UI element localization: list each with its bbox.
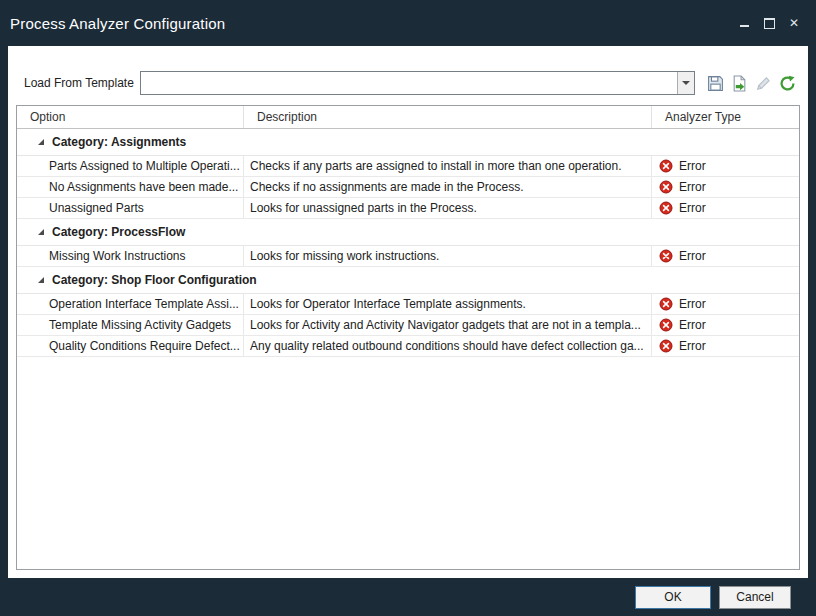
dialog-footer: OK Cancel bbox=[0, 578, 816, 616]
edit-template-button bbox=[752, 72, 774, 94]
cancel-button[interactable]: Cancel bbox=[719, 586, 791, 609]
option-row[interactable]: No Assignments have been made... Checks … bbox=[17, 177, 799, 198]
description-cell: Any quality related outbound conditions … bbox=[244, 336, 652, 356]
option-cell: Operation Interface Template Assi... bbox=[17, 294, 244, 314]
process-analyzer-configuration-window: Process Analyzer Configuration ✕ Load Fr… bbox=[0, 0, 816, 616]
titlebar[interactable]: Process Analyzer Configuration ✕ bbox=[0, 0, 816, 46]
option-cell: Template Missing Activity Gadgets bbox=[17, 315, 244, 335]
template-combobox[interactable] bbox=[140, 71, 695, 95]
maximize-icon bbox=[764, 18, 775, 29]
template-combo-input[interactable] bbox=[141, 72, 677, 94]
ok-button[interactable]: OK bbox=[635, 586, 711, 609]
option-row[interactable]: Missing Work Instructions Looks for miss… bbox=[17, 246, 799, 267]
description-cell: Looks for unassigned parts in the Proces… bbox=[244, 198, 652, 218]
minimize-button[interactable] bbox=[736, 15, 752, 31]
category-group-row[interactable]: Category: Shop Floor Configuration bbox=[17, 267, 799, 294]
option-row[interactable]: Parts Assigned to Multiple Operati... Ch… bbox=[17, 156, 799, 177]
error-icon bbox=[659, 249, 673, 263]
close-icon: ✕ bbox=[789, 17, 799, 29]
error-icon bbox=[659, 159, 673, 173]
group-expander-icon[interactable] bbox=[37, 228, 45, 236]
analyzer-type-label: Error bbox=[679, 180, 706, 194]
column-header-option[interactable]: Option bbox=[17, 106, 244, 128]
analyzer-type-label: Error bbox=[679, 249, 706, 263]
group-expander-icon[interactable] bbox=[37, 276, 45, 284]
window-controls: ✕ bbox=[736, 15, 806, 31]
analyzer-type-label: Error bbox=[679, 339, 706, 353]
grid-empty-area bbox=[17, 357, 799, 569]
option-cell: Parts Assigned to Multiple Operati... bbox=[17, 156, 244, 176]
refresh-button[interactable] bbox=[776, 72, 798, 94]
category-group-row[interactable]: Category: ProcessFlow bbox=[17, 219, 799, 246]
option-row[interactable]: Unassigned Parts Looks for unassigned pa… bbox=[17, 198, 799, 219]
analyzer-type-cell: Error bbox=[652, 156, 799, 176]
edit-icon bbox=[755, 75, 772, 92]
option-cell: Unassigned Parts bbox=[17, 198, 244, 218]
grid-header: Option Description Analyzer Type bbox=[17, 106, 799, 129]
error-icon bbox=[659, 201, 673, 215]
option-cell: No Assignments have been made... bbox=[17, 177, 244, 197]
option-row[interactable]: Quality Conditions Require Defect... Any… bbox=[17, 336, 799, 357]
error-icon bbox=[659, 339, 673, 353]
load-template-icon bbox=[731, 75, 748, 92]
chevron-down-icon bbox=[682, 81, 690, 85]
error-icon bbox=[659, 297, 673, 311]
minimize-icon bbox=[740, 25, 749, 27]
error-icon bbox=[659, 180, 673, 194]
load-template-toolbar: Load From Template bbox=[8, 46, 808, 105]
group-expander-icon[interactable] bbox=[37, 138, 45, 146]
option-cell: Quality Conditions Require Defect... bbox=[17, 336, 244, 356]
column-header-description[interactable]: Description bbox=[244, 106, 652, 128]
option-cell: Missing Work Instructions bbox=[17, 246, 244, 266]
category-group-row[interactable]: Category: Assignments bbox=[17, 129, 799, 156]
description-cell: Checks if any parts are assigned to inst… bbox=[244, 156, 652, 176]
window-title: Process Analyzer Configuration bbox=[10, 15, 225, 32]
analyzer-type-label: Error bbox=[679, 201, 706, 215]
analyzer-type-label: Error bbox=[679, 297, 706, 311]
load-template-button[interactable] bbox=[728, 72, 750, 94]
analyzer-type-cell: Error bbox=[652, 315, 799, 335]
analyzer-type-label: Error bbox=[679, 159, 706, 173]
category-label: Category: ProcessFlow bbox=[52, 225, 185, 239]
category-label: Category: Shop Floor Configuration bbox=[52, 273, 257, 287]
option-row[interactable]: Template Missing Activity Gadgets Looks … bbox=[17, 315, 799, 336]
save-icon bbox=[707, 75, 724, 92]
error-icon bbox=[659, 318, 673, 332]
template-combo-dropdown-button[interactable] bbox=[677, 72, 694, 94]
description-cell: Checks if no assignments are made in the… bbox=[244, 177, 652, 197]
analyzer-type-cell: Error bbox=[652, 198, 799, 218]
load-from-template-label: Load From Template bbox=[24, 76, 134, 90]
maximize-button[interactable] bbox=[761, 15, 777, 31]
description-cell: Looks for Operator Interface Template as… bbox=[244, 294, 652, 314]
category-label: Category: Assignments bbox=[52, 135, 186, 149]
save-template-button[interactable] bbox=[704, 72, 726, 94]
analyzer-type-cell: Error bbox=[652, 246, 799, 266]
close-button[interactable]: ✕ bbox=[786, 15, 802, 31]
description-cell: Looks for Activity and Activity Navigato… bbox=[244, 315, 652, 335]
dialog-content: Load From Template bbox=[8, 46, 808, 578]
analyzer-type-label: Error bbox=[679, 318, 706, 332]
option-row[interactable]: Operation Interface Template Assi... Loo… bbox=[17, 294, 799, 315]
analyzer-type-cell: Error bbox=[652, 336, 799, 356]
column-header-analyzer-type[interactable]: Analyzer Type bbox=[652, 106, 799, 128]
analyzer-type-cell: Error bbox=[652, 294, 799, 314]
refresh-icon bbox=[779, 75, 796, 92]
analyzer-options-grid: Option Description Analyzer Type Categor… bbox=[16, 105, 800, 570]
description-cell: Looks for missing work instructions. bbox=[244, 246, 652, 266]
analyzer-type-cell: Error bbox=[652, 177, 799, 197]
